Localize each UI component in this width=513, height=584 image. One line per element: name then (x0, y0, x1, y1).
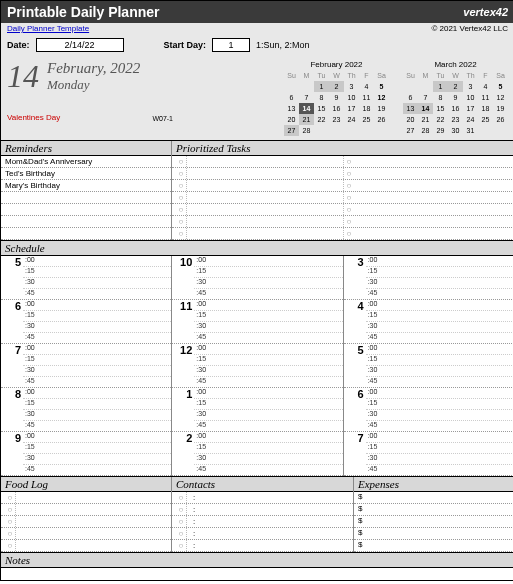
cal-day (359, 125, 374, 136)
cal-day: 27 (284, 125, 299, 136)
reminder-line[interactable] (1, 228, 171, 240)
cal-day: 18 (478, 103, 493, 114)
cal-day: 22 (314, 114, 329, 125)
schedule-hour[interactable]: 3:00:15:30:45 (344, 256, 513, 300)
contact-line[interactable]: ○: (172, 540, 353, 552)
contact-line[interactable]: ○: (172, 528, 353, 540)
reminder-line[interactable] (1, 216, 171, 228)
cal-day (314, 125, 329, 136)
startday-label: Start Day: (164, 40, 207, 50)
cal-day: 21 (299, 114, 314, 125)
cal-day (374, 125, 389, 136)
notes-header: Notes (1, 553, 513, 568)
cal-day: 12 (374, 92, 389, 103)
schedule-hour[interactable]: 5:00:15:30:45 (1, 256, 171, 300)
reminder-line[interactable] (1, 204, 171, 216)
schedule-hour[interactable]: 1:00:15:30:45 (172, 388, 342, 432)
task-line[interactable]: ○○ (172, 192, 513, 204)
foodlog-line[interactable]: ○ (1, 528, 171, 540)
cal-day: 25 (478, 114, 493, 125)
foodlog-line[interactable]: ○ (1, 540, 171, 552)
startday-input[interactable] (212, 38, 250, 52)
cal-day (329, 125, 344, 136)
cal2-title: March 2022 (403, 60, 508, 69)
cal-day: 15 (314, 103, 329, 114)
cal-day: 11 (478, 92, 493, 103)
task-line[interactable]: ○○ (172, 216, 513, 228)
contacts-header: Contacts (172, 477, 353, 492)
expense-line[interactable]: $ (354, 504, 513, 516)
schedule-hour[interactable]: 9:00:15:30:45 (1, 432, 171, 476)
cal-day: 5 (374, 81, 389, 92)
expense-line[interactable]: $ (354, 528, 513, 540)
task-line[interactable]: ○○ (172, 180, 513, 192)
cal-day: 23 (329, 114, 344, 125)
cal-day (418, 81, 433, 92)
cal-day: 28 (299, 125, 314, 136)
contact-line[interactable]: ○: (172, 504, 353, 516)
schedule-hour[interactable]: 7:00:15:30:45 (1, 344, 171, 388)
contact-line[interactable]: ○: (172, 516, 353, 528)
cal-day: 30 (448, 125, 463, 136)
task-line[interactable]: ○○ (172, 156, 513, 168)
schedule-hour[interactable]: 10:00:15:30:45 (172, 256, 342, 300)
schedule-hour[interactable]: 5:00:15:30:45 (344, 344, 513, 388)
schedule-hour[interactable]: 2:00:15:30:45 (172, 432, 342, 476)
cal-day: 31 (463, 125, 478, 136)
reminder-line[interactable] (1, 192, 171, 204)
cal-day: 23 (448, 114, 463, 125)
task-line[interactable]: ○○ (172, 228, 513, 240)
foodlog-line[interactable]: ○ (1, 516, 171, 528)
expenses-header: Expenses (354, 477, 513, 492)
schedule-hour[interactable]: 4:00:15:30:45 (344, 300, 513, 344)
expense-line[interactable]: $ (354, 492, 513, 504)
date-label: Date: (7, 40, 30, 50)
cal-day: 19 (374, 103, 389, 114)
cal-day: 4 (478, 81, 493, 92)
notes-area[interactable] (1, 568, 513, 580)
cal-day: 16 (448, 103, 463, 114)
cal-day: 15 (433, 103, 448, 114)
schedule-hour[interactable]: 6:00:15:30:45 (1, 300, 171, 344)
cal-day: 1 (433, 81, 448, 92)
cal-day: 9 (448, 92, 463, 103)
task-line[interactable]: ○○ (172, 168, 513, 180)
cal-day: 2 (329, 81, 344, 92)
expense-line[interactable]: $ (354, 540, 513, 552)
schedule-hour[interactable]: 7:00:15:30:45 (344, 432, 513, 476)
cal-day: 10 (344, 92, 359, 103)
reminder-line[interactable]: Mom&Dad's Anniversary (1, 156, 171, 168)
cal-day: 27 (403, 125, 418, 136)
cal-day: 28 (418, 125, 433, 136)
cal-day: 26 (493, 114, 508, 125)
cal-day: 11 (359, 92, 374, 103)
reminder-line[interactable]: Mary's Birthday (1, 180, 171, 192)
cal-day: 10 (463, 92, 478, 103)
expense-line[interactable]: $ (354, 516, 513, 528)
schedule-hour[interactable]: 6:00:15:30:45 (344, 388, 513, 432)
reminder-line[interactable]: Ted's Birthday (1, 168, 171, 180)
cal-day: 14 (418, 103, 433, 114)
day-number: 14 (7, 60, 39, 92)
schedule-hour[interactable]: 12:00:15:30:45 (172, 344, 342, 388)
cal-day: 14 (299, 103, 314, 114)
cal-day: 22 (433, 114, 448, 125)
schedule-hour[interactable]: 11:00:15:30:45 (172, 300, 342, 344)
cal-day: 19 (493, 103, 508, 114)
foodlog-line[interactable]: ○ (1, 504, 171, 516)
template-link[interactable]: Daily Planner Template (7, 24, 89, 33)
foodlog-header: Food Log (1, 477, 171, 492)
cal-day (344, 125, 359, 136)
schedule-header: Schedule (1, 241, 513, 256)
date-input[interactable] (36, 38, 124, 52)
schedule-hour[interactable]: 8:00:15:30:45 (1, 388, 171, 432)
reminders-header: Reminders (1, 141, 171, 156)
cal-day: 1 (314, 81, 329, 92)
task-line[interactable]: ○○ (172, 204, 513, 216)
cal-day: 3 (463, 81, 478, 92)
foodlog-line[interactable]: ○ (1, 492, 171, 504)
contact-line[interactable]: ○: (172, 492, 353, 504)
cal-day (478, 125, 493, 136)
cal-day (284, 81, 299, 92)
cal-day: 6 (403, 92, 418, 103)
